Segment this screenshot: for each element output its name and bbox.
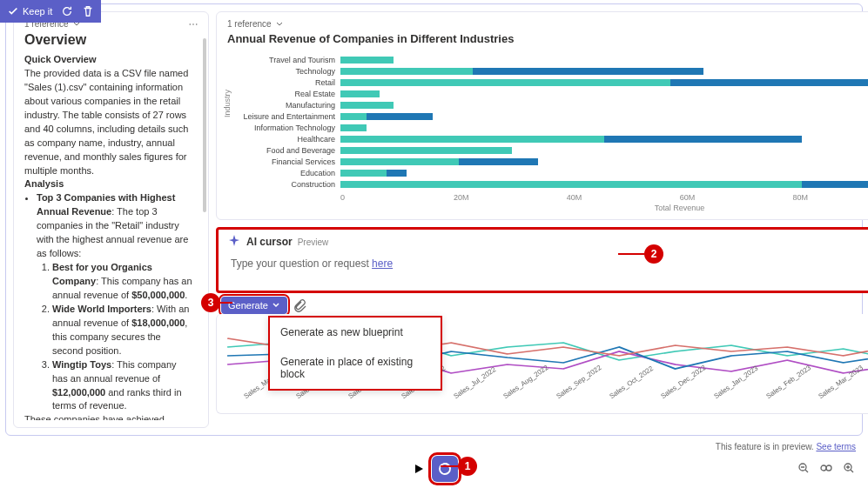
ai-cursor-input[interactable]: Type your question or request here <box>219 254 868 291</box>
bar-row: Manufacturing <box>227 99 868 110</box>
attach-icon[interactable] <box>293 298 306 312</box>
svg-point-17 <box>826 465 831 471</box>
see-terms-link[interactable]: See terms <box>816 442 856 451</box>
scrollbar[interactable] <box>203 38 206 212</box>
callout-3: 3 <box>201 293 220 312</box>
zoom-out-icon[interactable] <box>797 461 811 475</box>
svg-point-16 <box>821 465 826 471</box>
ai-cursor-title: AI cursor <box>246 236 293 248</box>
x-axis-ticks: 020M40M60M80M100M120M <box>340 193 868 202</box>
zoom-controls <box>797 461 856 475</box>
overview-panel: 1 reference Overview Quick Overview The … <box>13 11 209 428</box>
bar-row: Leisure and Entertainment <box>227 110 868 122</box>
overview-body: Quick Overview The provided data is a CS… <box>24 53 198 420</box>
bar-row: Construction <box>227 178 868 190</box>
x-axis-label: Total Revenue <box>227 204 868 212</box>
refresh-icon[interactable] <box>61 5 73 17</box>
generate-menu: Generate as new blueprint Generate in pl… <box>268 316 442 391</box>
bar-chart-card: Industry 1 reference Annual Revenue of C… <box>216 11 868 220</box>
bar-row: Education <box>227 167 868 178</box>
middle-column: Industry 1 reference Annual Revenue of C… <box>216 11 868 428</box>
copilot-icon <box>437 461 453 477</box>
bar-row: Retail <box>227 77 868 88</box>
bar-row: Travel and Tourism <box>227 54 868 65</box>
play-button[interactable] <box>411 461 427 477</box>
svg-point-0 <box>190 23 192 25</box>
generate-new-blueprint[interactable]: Generate as new blueprint <box>270 318 441 347</box>
top-toolbar: Keep it <box>0 0 101 23</box>
chevron-down-icon <box>272 301 280 310</box>
overview-title: Overview <box>24 32 198 48</box>
chart-title: Annual Revenue of Companies in Different… <box>227 32 868 45</box>
bar-row: Real Estate <box>227 88 868 99</box>
zoom-fit-icon[interactable] <box>819 461 833 475</box>
copilot-button[interactable] <box>432 456 458 482</box>
bar-row: Food and Beverage <box>227 144 868 156</box>
preview-badge: Preview <box>298 237 329 247</box>
svg-point-1 <box>192 23 194 25</box>
callout-2: 2 <box>644 244 663 264</box>
line-chart-x-labels: Sales_Mar_2022Sales_Apr_2022Sales_May_20… <box>227 393 868 401</box>
bar-row: Information Technology <box>227 122 868 133</box>
sparkle-icon <box>227 235 241 249</box>
bar-chart: Travel and TourismTechnologyRetailReal E… <box>227 50 868 190</box>
reference-count[interactable]: 1 reference <box>227 19 272 29</box>
more-icon[interactable] <box>189 20 198 29</box>
ai-cursor-panel: AI cursor Preview Type your question or … <box>216 227 868 293</box>
page-frame: 1 reference Overview Quick Overview The … <box>5 3 863 436</box>
trash-icon[interactable] <box>82 5 94 17</box>
generate-button[interactable]: Generate <box>221 297 287 314</box>
bar-row: Technology <box>227 65 868 77</box>
bar-row: Financial Services <box>227 156 868 167</box>
generate-in-place[interactable]: Generate in place of existing block <box>270 347 441 389</box>
chevron-down-icon[interactable] <box>275 20 284 29</box>
zoom-in-icon[interactable] <box>842 461 856 475</box>
keep-it-button[interactable]: Keep it <box>7 5 52 17</box>
preview-notice: This feature is in preview. See terms <box>716 442 856 451</box>
check-icon <box>7 5 19 17</box>
bar-row: Healthcare <box>227 133 868 144</box>
footer: This feature is in preview. See terms <box>0 440 868 488</box>
y-axis-label: Industry <box>223 90 232 117</box>
svg-point-2 <box>196 23 198 25</box>
callout-1: 1 <box>458 457 477 476</box>
